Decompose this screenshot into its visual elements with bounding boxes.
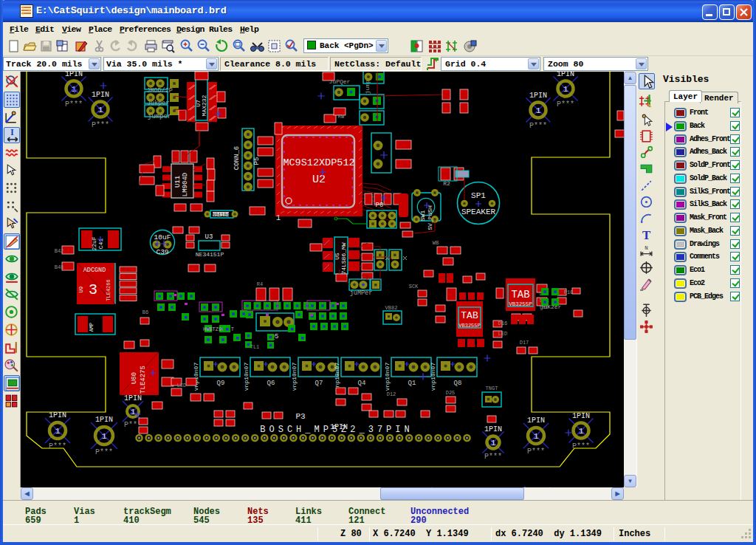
svg-text:SP1: SP1 [471, 191, 486, 200]
svg-text:1: 1 [579, 427, 584, 436]
svg-text:1PIN: 1PIN [65, 72, 83, 78]
svg-text:1: 1 [563, 85, 568, 94]
svg-text:CONN_6: CONN_6 [233, 146, 241, 170]
svg-text:SW1: SW1 [419, 210, 426, 222]
svg-text:P3: P3 [295, 412, 305, 421]
svg-text:D12: D12 [387, 391, 396, 397]
svg-text:1PIN: 1PIN [529, 92, 547, 100]
svg-text:22uF: 22uF [91, 236, 97, 250]
svg-text:P***: P*** [49, 442, 66, 450]
svg-text:Q6: Q6 [267, 380, 275, 387]
svg-text:MAX232: MAX232 [201, 95, 207, 116]
svg-text:AMP: AMP [89, 323, 94, 332]
svg-text:R2: R2 [443, 180, 450, 187]
svg-text:ADCGND: ADCGND [83, 267, 106, 274]
svg-text:P***: P*** [92, 121, 109, 129]
svg-text:1: 1 [276, 214, 281, 222]
svg-text:vnp10n07: vnp10n07 [243, 363, 250, 391]
svg-text:1PIN: 1PIN [95, 416, 113, 424]
svg-text:juMPer: juMPer [350, 289, 373, 297]
svg-text:1PIN: 1PIN [557, 72, 574, 78]
svg-text:SV_PUSH: SV_PUSH [427, 205, 433, 230]
svg-text:SPEAKER: SPEAKER [461, 208, 496, 216]
svg-text:T: T [642, 228, 650, 242]
svg-text:VB3255P: VB3255P [458, 323, 480, 329]
svg-text:D16: D16 [498, 321, 508, 326]
svg-text:LED: LED [177, 383, 187, 388]
svg-text:74LS86_MW: 74LS86_MW [340, 242, 347, 274]
svg-text:P10: P10 [564, 289, 574, 295]
svg-text:vnp10n07: vnp10n07 [291, 363, 298, 391]
svg-text:vnp10n07: vnp10n07 [384, 363, 391, 391]
svg-text:1: 1 [55, 427, 61, 436]
svg-text:BOSCH_MP5Z2_37PIN: BOSCH_MP5Z2_37PIN [260, 425, 413, 435]
svg-text:I: I [10, 128, 14, 137]
svg-text:N: N [645, 245, 647, 251]
svg-text:LED: LED [498, 331, 508, 337]
svg-text:1: 1 [72, 85, 77, 94]
svg-text:JMOD/2P: JMOD/2P [146, 87, 173, 95]
svg-text:P***: P*** [527, 448, 545, 456]
svg-text:TAB: TAB [461, 310, 478, 321]
svg-text:MC9S12XDP512: MC9S12XDP512 [283, 157, 354, 168]
svg-text:1PIN: 1PIN [484, 425, 502, 433]
svg-text:SCK: SCK [409, 284, 419, 289]
svg-text:VB82: VB82 [385, 305, 398, 311]
svg-text:Q4: Q4 [358, 380, 366, 387]
svg-text:TL1: TL1 [250, 344, 260, 350]
svg-text:1: 1 [534, 432, 539, 441]
svg-text:10uF: 10uF [154, 233, 171, 241]
svg-text:P***: P*** [529, 122, 547, 130]
svg-text:1: 1 [131, 408, 136, 417]
svg-text:Jukper: Jukper [147, 100, 170, 107]
svg-text:TNGT: TNGT [486, 385, 498, 391]
svg-text:B48: B48 [55, 264, 64, 270]
svg-text:1PIN: 1PIN [92, 91, 109, 99]
svg-text:P***: P*** [557, 100, 574, 109]
svg-text:1: 1 [536, 106, 541, 115]
svg-text:1PIN: 1PIN [49, 411, 66, 419]
svg-text:D25: D25 [446, 390, 456, 396]
svg-text:Q1: Q1 [408, 380, 416, 387]
svg-text:jumper: jumper [148, 113, 171, 120]
svg-text:P***: P*** [572, 442, 590, 450]
svg-text:TLE4275: TLE4275 [140, 366, 147, 394]
svg-text:TLE4266: TLE4266 [106, 279, 111, 301]
svg-text:juK2er: juK2er [540, 304, 562, 310]
svg-text:U11: U11 [174, 176, 182, 188]
svg-text:P0: P0 [376, 202, 384, 209]
svg-text:U60: U60 [131, 372, 138, 384]
svg-text:U5: U5 [334, 253, 340, 260]
svg-text:3: 3 [89, 281, 97, 298]
svg-text:U9: U9 [78, 287, 84, 292]
svg-text:C39: C39 [156, 248, 168, 256]
svg-text:U2: U2 [312, 174, 326, 186]
svg-text:Q7: Q7 [315, 380, 323, 387]
svg-text:P5: P5 [253, 157, 261, 165]
svg-text:TAB: TAB [511, 289, 529, 301]
svg-text:vnp10n07: vnp10n07 [193, 363, 199, 391]
svg-text:1: 1 [102, 432, 107, 441]
svg-text:1PIN: 1PIN [527, 417, 545, 425]
svg-text:P***: P*** [65, 100, 83, 109]
svg-text:P***: P*** [95, 448, 113, 456]
svg-text:NE34151P: NE34151P [196, 251, 224, 258]
svg-text:Q9: Q9 [217, 380, 225, 387]
svg-text:P***: P*** [484, 453, 502, 461]
svg-text:U3: U3 [205, 233, 213, 241]
svg-text:N04104: N04104 [212, 213, 230, 218]
svg-text:WB: WB [433, 240, 439, 246]
svg-text:B42: B42 [55, 248, 64, 254]
svg-text:vnp10n07: vnp10n07 [334, 363, 340, 391]
svg-text:1: 1 [98, 106, 103, 114]
svg-text:LM904D: LM904D [182, 173, 189, 196]
svg-text:vnp10n07: vnp10n07 [430, 363, 436, 391]
svg-text:Q8: Q8 [454, 380, 462, 387]
svg-text:1: 1 [491, 439, 496, 448]
svg-text:JuPQer: JuPQer [329, 78, 351, 85]
svg-text:B6: B6 [142, 309, 148, 315]
svg-text:D17: D17 [520, 340, 529, 346]
svg-text:R4: R4 [257, 281, 263, 287]
svg-text:1PIN: 1PIN [572, 412, 590, 420]
svg-text:RW: RW [338, 114, 345, 120]
